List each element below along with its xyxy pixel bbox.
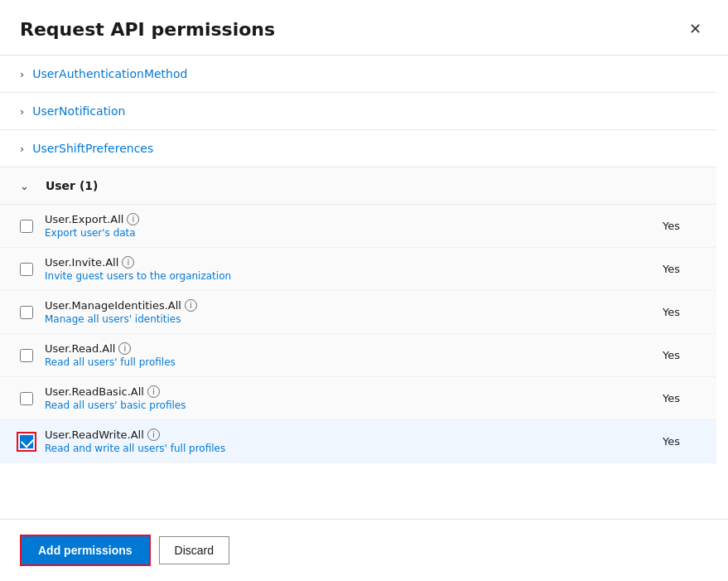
info-icon-user-invite[interactable]: i — [122, 256, 134, 269]
permission-name-user-readwrite-all: User.ReadWrite.All i — [45, 428, 663, 441]
checkbox-user-manage-identities[interactable] — [20, 306, 33, 319]
permission-admin-user-export: Yes — [663, 220, 697, 232]
section-label-usershiftprefs: UserShiftPreferences — [32, 142, 153, 155]
permission-row-user-read-basic: User.ReadBasic.All i Read all users' bas… — [0, 377, 716, 420]
checkbox-wrap-user-invite — [20, 263, 33, 276]
permission-desc-user-readwrite-all: Read and write all users' full profiles — [45, 443, 663, 454]
dialog-header: Request API permissions ✕ — [0, 0, 728, 55]
permission-info-user-readwrite-all: User.ReadWrite.All i Read and write all … — [45, 428, 663, 454]
section-list: › UserAuthenticationMethod › UserNotific… — [0, 56, 728, 463]
permission-row-user-manage-identities: User.ManageIdentities.All i Manage all u… — [0, 291, 716, 334]
permission-info-user-invite: User.Invite.All i Invite guest users to … — [45, 256, 663, 282]
permission-admin-user-readwrite-all: Yes — [663, 435, 697, 448]
chevron-down-icon: ⌄ — [20, 180, 29, 192]
permission-name-user-invite: User.Invite.All i — [45, 256, 663, 269]
dialog-footer: Add permissions Discard — [0, 519, 728, 581]
permission-info-user-export: User.Export.All i Export user's data — [45, 213, 663, 239]
permission-row-user-read-all: User.Read.All i Read all users' full pro… — [0, 334, 716, 377]
dialog-title: Request API permissions — [20, 19, 275, 40]
info-icon-user-readwrite-all[interactable]: i — [147, 428, 160, 441]
info-icon-user-read-basic[interactable]: i — [147, 385, 160, 398]
permission-admin-user-read-all: Yes — [663, 349, 697, 361]
section-expanded-label: User (1) — [46, 179, 99, 192]
info-icon-user-manage-identities[interactable]: i — [185, 299, 197, 312]
checkbox-user-export[interactable] — [20, 220, 33, 233]
dialog-body: › UserAuthenticationMethod › UserNotific… — [0, 55, 728, 519]
discard-button[interactable]: Discard — [159, 536, 229, 564]
info-icon-user-read-all[interactable]: i — [118, 342, 131, 355]
checkbox-user-readwrite-all[interactable] — [20, 435, 33, 448]
checkbox-wrap-user-readwrite-all — [20, 435, 33, 448]
chevron-right-icon: › — [20, 105, 24, 118]
permission-name-user-read-basic: User.ReadBasic.All i — [45, 385, 663, 398]
checkbox-wrap-user-export — [20, 220, 33, 233]
request-api-permissions-dialog: Request API permissions ✕ › UserAuthenti… — [0, 0, 728, 581]
permission-admin-user-manage-identities: Yes — [663, 306, 697, 318]
checkbox-user-invite[interactable] — [20, 263, 33, 276]
permission-info-user-read-basic: User.ReadBasic.All i Read all users' bas… — [45, 385, 663, 411]
permission-desc-user-export: Export user's data — [45, 227, 663, 239]
permission-name-user-read-all: User.Read.All i — [45, 342, 663, 355]
section-row-usershiftprefs[interactable]: › UserShiftPreferences — [0, 130, 716, 167]
checkbox-user-read-basic[interactable] — [20, 392, 33, 405]
permission-desc-user-read-all: Read all users' full profiles — [45, 356, 663, 368]
checkbox-user-read-all[interactable] — [20, 349, 33, 362]
permission-admin-user-invite: Yes — [663, 263, 697, 275]
chevron-right-icon: › — [20, 68, 24, 80]
checkbox-wrap-user-read-all — [20, 349, 33, 362]
checkbox-wrap-user-read-basic — [20, 392, 33, 405]
permission-info-user-read-all: User.Read.All i Read all users' full pro… — [45, 342, 663, 368]
permission-name-user-manage-identities: User.ManageIdentities.All i — [45, 299, 663, 312]
section-row-userauthmethod[interactable]: › UserAuthenticationMethod — [0, 56, 716, 93]
chevron-right-icon: › — [20, 143, 24, 155]
permission-desc-user-manage-identities: Manage all users' identities — [45, 313, 663, 325]
section-label-usernotification: UserNotification — [32, 104, 125, 118]
checkbox-wrap-user-manage-identities — [20, 306, 33, 319]
close-icon: ✕ — [689, 20, 701, 38]
permission-info-user-manage-identities: User.ManageIdentities.All i Manage all u… — [45, 299, 663, 325]
permission-name-user-export: User.Export.All i — [45, 213, 663, 225]
info-icon-user-export[interactable]: i — [127, 213, 139, 225]
permission-row-user-export: User.Export.All i Export user's data Yes — [0, 205, 716, 248]
permission-row-user-readwrite-all: User.ReadWrite.All i Read and write all … — [0, 420, 716, 463]
section-expanded-header[interactable]: ⌄ User (1) — [0, 167, 716, 205]
section-expanded-user: ⌄ User (1) User.Export.All i Export user… — [0, 167, 716, 463]
permission-row-user-invite: User.Invite.All i Invite guest users to … — [0, 248, 716, 291]
permission-desc-user-read-basic: Read all users' basic profiles — [45, 399, 663, 411]
permission-admin-user-read-basic: Yes — [663, 392, 697, 404]
section-row-usernotification[interactable]: › UserNotification — [0, 93, 716, 130]
close-button[interactable]: ✕ — [682, 17, 708, 41]
section-label-userauthmethod: UserAuthenticationMethod — [32, 67, 187, 80]
add-permissions-button[interactable]: Add permissions — [20, 535, 151, 566]
permission-desc-user-invite: Invite guest users to the organization — [45, 270, 663, 282]
